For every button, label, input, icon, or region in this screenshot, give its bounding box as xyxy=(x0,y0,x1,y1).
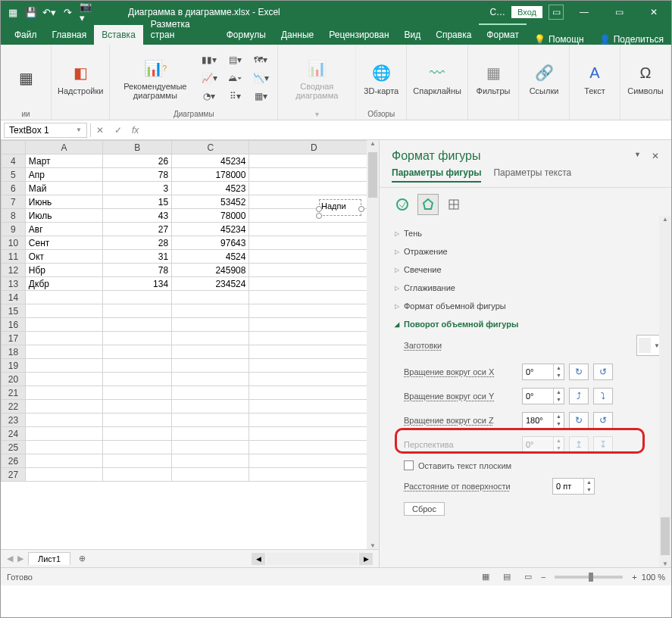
cell[interactable] xyxy=(25,318,102,332)
cell[interactable] xyxy=(25,373,102,386)
cell[interactable]: 43 xyxy=(103,209,172,223)
cell[interactable] xyxy=(103,400,172,414)
keep-text-flat-checkbox[interactable]: Оставить текст плоским xyxy=(404,460,662,470)
cell[interactable] xyxy=(249,400,379,414)
cell[interactable] xyxy=(25,359,102,373)
cell[interactable] xyxy=(25,291,102,304)
row-header[interactable]: 17 xyxy=(2,332,26,345)
redo-icon[interactable]: ↷ xyxy=(61,6,73,18)
cell[interactable]: 178000 xyxy=(172,168,249,182)
cell[interactable] xyxy=(25,332,102,345)
cell[interactable] xyxy=(25,414,102,427)
formula-input[interactable] xyxy=(143,125,671,136)
pane-tab-shape[interactable]: Параметры фигуры xyxy=(392,167,481,183)
minimize-button[interactable]: — xyxy=(567,1,602,23)
cell[interactable] xyxy=(249,332,379,345)
cell[interactable]: 78000 xyxy=(172,209,249,223)
cell[interactable] xyxy=(25,345,102,359)
line-chart-icon[interactable]: 📈▾ xyxy=(198,70,220,86)
section-shadow[interactable]: ▷Тень xyxy=(395,229,662,238)
cell[interactable] xyxy=(103,373,172,386)
cell[interactable] xyxy=(249,386,379,400)
cell[interactable]: Окт xyxy=(25,250,102,264)
cell[interactable] xyxy=(172,400,249,414)
sheet-nav-prev-icon[interactable]: ◀ xyxy=(7,554,13,563)
cell[interactable] xyxy=(172,345,249,359)
row-header[interactable]: 18 xyxy=(2,345,26,359)
cell[interactable] xyxy=(249,468,379,482)
cell[interactable]: Дкбр xyxy=(25,277,102,291)
view-page-break-icon[interactable]: ▭ xyxy=(520,570,536,584)
cell[interactable] xyxy=(172,414,249,427)
cell[interactable] xyxy=(103,291,172,304)
cell[interactable] xyxy=(172,454,249,468)
tab-review[interactable]: Рецензирован xyxy=(321,25,396,45)
pane-scrollbar[interactable]: ▲ ▼ xyxy=(659,216,671,567)
vertical-scrollbar[interactable]: ▲ ▼ xyxy=(367,140,379,549)
row-header[interactable]: 26 xyxy=(2,454,26,468)
cell[interactable]: 26 xyxy=(103,154,172,168)
symbols-button[interactable]: ΩСимволы xyxy=(627,61,664,95)
row-header[interactable]: 5 xyxy=(2,168,26,182)
cell[interactable]: 3 xyxy=(103,182,172,195)
cell[interactable]: 134 xyxy=(103,277,172,291)
row-header[interactable]: 12 xyxy=(2,264,26,277)
cell[interactable] xyxy=(25,400,102,414)
cell[interactable] xyxy=(25,304,102,318)
sparklines-button[interactable]: 〰Спарклайны xyxy=(413,61,461,95)
cell[interactable] xyxy=(172,427,249,441)
bar-chart-icon[interactable]: ▤▾ xyxy=(224,52,245,68)
cell[interactable]: 97643 xyxy=(172,236,249,250)
cell[interactable]: 234524 xyxy=(172,277,249,291)
undo-icon[interactable]: ↶▾ xyxy=(43,6,55,18)
cell[interactable] xyxy=(249,277,379,291)
cell[interactable] xyxy=(103,318,172,332)
cell[interactable]: 27 xyxy=(103,223,172,236)
cell[interactable]: Июнь xyxy=(25,195,102,209)
cell[interactable] xyxy=(103,332,172,345)
cell[interactable]: 45234 xyxy=(172,154,249,168)
cell[interactable]: 53452 xyxy=(172,195,249,209)
cell[interactable]: Нбр xyxy=(25,264,102,277)
cell[interactable] xyxy=(25,468,102,482)
maximize-button[interactable]: ▭ xyxy=(602,1,636,23)
cell[interactable]: 31 xyxy=(103,250,172,264)
cell[interactable] xyxy=(172,304,249,318)
rotate-y-down-icon[interactable]: ⤵ xyxy=(593,388,613,404)
view-normal-icon[interactable]: ▦ xyxy=(477,570,494,584)
tell-me[interactable]: 💡Помощн xyxy=(527,34,592,45)
rotation-z-input[interactable]: ▲▼ xyxy=(522,412,564,429)
cell[interactable]: Март xyxy=(25,154,102,168)
cell[interactable] xyxy=(249,373,379,386)
row-header[interactable]: 27 xyxy=(2,468,26,482)
pane-tab-text[interactable]: Параметры текста xyxy=(493,167,571,183)
chevron-down-icon[interactable]: ▼ xyxy=(76,126,82,133)
confirm-fx-icon[interactable]: ✓ xyxy=(109,125,127,136)
name-box[interactable]: TextBox 1▼ xyxy=(4,123,87,138)
section-glow[interactable]: ▷Свечение xyxy=(395,265,662,274)
add-sheet-button[interactable]: ⊕ xyxy=(75,552,89,566)
row-header[interactable]: 10 xyxy=(2,236,26,250)
row-header[interactable]: 20 xyxy=(2,373,26,386)
rotate-z-ccw-icon[interactable]: ↺ xyxy=(593,412,613,429)
cell[interactable] xyxy=(25,386,102,400)
camera-icon[interactable]: 📷▾ xyxy=(80,6,92,18)
row-header[interactable]: 7 xyxy=(2,195,26,209)
col-header-b[interactable]: B xyxy=(103,141,172,154)
resize-handle[interactable] xyxy=(316,213,322,219)
row-header[interactable]: 23 xyxy=(2,414,26,427)
cell[interactable] xyxy=(249,182,379,195)
addins-button[interactable]: ◧Надстройки xyxy=(58,61,103,95)
rotate-z-cw-icon[interactable]: ↻ xyxy=(569,412,589,429)
row-header[interactable]: 15 xyxy=(2,304,26,318)
cell[interactable]: 245908 xyxy=(172,264,249,277)
rotate-y-up-icon[interactable]: ⤴ xyxy=(569,388,589,404)
cell[interactable] xyxy=(249,318,379,332)
cell[interactable] xyxy=(249,414,379,427)
row-header[interactable]: 24 xyxy=(2,427,26,441)
section-softedges[interactable]: ▷Сглаживание xyxy=(395,283,662,292)
cell[interactable] xyxy=(103,345,172,359)
login-button[interactable]: Вход xyxy=(511,6,542,18)
links-button[interactable]: 🔗Ссылки xyxy=(525,61,563,95)
size-category-icon[interactable] xyxy=(443,194,464,215)
